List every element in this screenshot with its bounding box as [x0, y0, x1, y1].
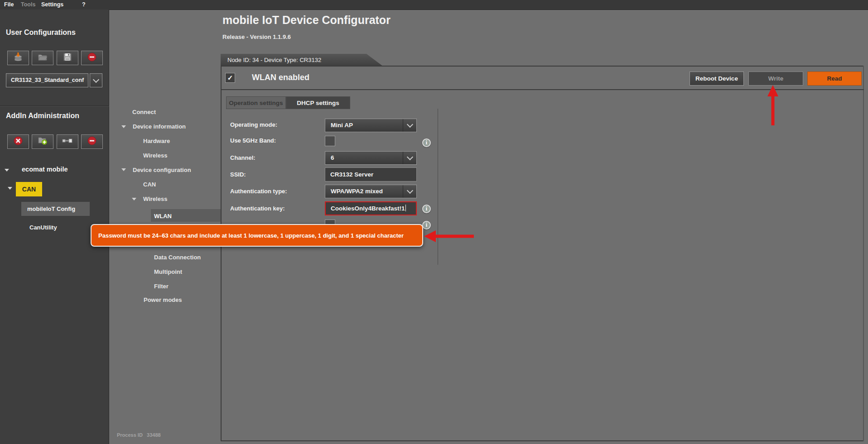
- nav-item-can[interactable]: CAN: [143, 181, 156, 188]
- tree-item-ecomat-mobile[interactable]: ecomat mobile: [22, 166, 68, 173]
- annotation-arrow-left: [423, 229, 476, 244]
- authentication-type-value: WPA/WPA2 mixed: [331, 185, 383, 198]
- page-title: mobile IoT Device Configurator: [222, 14, 391, 27]
- open-configuration-button[interactable]: [32, 51, 53, 65]
- close-addin-button[interactable]: [7, 134, 29, 149]
- panel-bottom-border: [221, 440, 864, 441]
- operating-mode-select[interactable]: Mini AP: [325, 119, 417, 132]
- configuration-select[interactable]: CR3132_33_Standard_conf: [6, 73, 88, 87]
- folder-icon: [38, 53, 48, 63]
- nav-item-wlan-label: WLAN: [154, 213, 172, 220]
- authentication-key-value: CookiesOnly4Breakfast!1: [331, 205, 405, 212]
- authentication-type-select[interactable]: WPA/WPA2 mixed: [325, 185, 417, 198]
- nav-item-connect[interactable]: Connect: [132, 109, 156, 115]
- authentication-key-input[interactable]: CookiesOnly4Breakfast!1: [325, 201, 417, 215]
- device-addin-button[interactable]: [57, 134, 78, 149]
- channel-label: Channel:: [230, 154, 256, 161]
- remove-circle-icon: [87, 53, 96, 63]
- write-button[interactable]: Write: [748, 72, 803, 86]
- import-stack-icon: [13, 53, 23, 63]
- user-configurations-title: User Configurations: [6, 29, 76, 37]
- use-5ghz-band-label: Use 5GHz Band:: [230, 137, 276, 144]
- use-5ghz-band-checkbox[interactable]: [325, 136, 335, 146]
- tree-item-mobileiot-config[interactable]: mobileIoT Config: [21, 202, 90, 216]
- chevron-expanded-icon[interactable]: [121, 125, 126, 128]
- info-glyph: i: [426, 222, 427, 229]
- panel-left-border: [221, 66, 222, 441]
- panel-top-border: [221, 66, 864, 67]
- nav-item-device-configuration[interactable]: Device configuration: [133, 167, 191, 173]
- tree-item-canutility[interactable]: CanUtility: [29, 224, 57, 231]
- chevron-down-icon: [406, 187, 413, 194]
- menu-file[interactable]: File: [4, 0, 14, 10]
- nav-item-device-information[interactable]: Device information: [133, 123, 186, 130]
- channel-select[interactable]: 6: [325, 151, 417, 165]
- save-configuration-button[interactable]: [57, 51, 78, 65]
- ssid-input[interactable]: CR3132 Server: [325, 167, 417, 181]
- floppy-save-icon: [63, 53, 72, 63]
- nav-item-wireless-information[interactable]: Wireless: [143, 152, 167, 159]
- ssid-value: CR3132 Server: [330, 171, 373, 178]
- menu-help[interactable]: ?: [82, 0, 86, 10]
- configuration-select-dropdown-button[interactable]: [90, 73, 102, 87]
- folder-plus-icon: [37, 136, 48, 147]
- read-button[interactable]: Read: [807, 72, 862, 86]
- process-id-status: Process ID 33488: [117, 432, 161, 438]
- chevron-expanded-icon[interactable]: [8, 187, 12, 190]
- info-glyph: i: [426, 139, 427, 146]
- remove-configuration-button[interactable]: [81, 51, 103, 65]
- menubar: File Tools Settings ?: [0, 0, 868, 10]
- tab-operation-settings[interactable]: Operation settings: [226, 96, 286, 109]
- dropdown-button[interactable]: [403, 119, 416, 132]
- add-addin-button[interactable]: [32, 134, 53, 149]
- device-connector-icon: [62, 138, 73, 146]
- wlan-enabled-checkbox[interactable]: ✓: [225, 73, 235, 83]
- password-validation-tooltip: Password must be 24–63 chars and include…: [91, 224, 423, 247]
- nav-item-wireless-configuration[interactable]: Wireless: [143, 196, 167, 202]
- process-id-value: 33488: [147, 432, 161, 438]
- remove-circle-icon: [87, 136, 96, 147]
- sidebar-divider: [0, 105, 109, 106]
- password-validation-text: Password must be 24–63 chars and include…: [98, 232, 404, 239]
- annotation-arrow-up: [766, 84, 780, 127]
- panel-right-border: [863, 66, 864, 441]
- nav-item-filter[interactable]: Filter: [154, 283, 169, 290]
- reboot-device-button[interactable]: Reboot Device: [690, 72, 744, 86]
- authentication-key-label: Authentication key:: [230, 205, 285, 212]
- authentication-type-label: Authentication type:: [230, 188, 287, 195]
- info-icon[interactable]: i: [422, 138, 431, 147]
- nav-item-multipoint[interactable]: Multipoint: [154, 268, 182, 275]
- dropdown-button[interactable]: [403, 152, 416, 164]
- chevron-down-icon: [406, 154, 413, 160]
- info-icon[interactable]: i: [422, 205, 431, 213]
- nav-item-data-connection[interactable]: Data Connection: [154, 254, 201, 261]
- operating-mode-value: Mini AP: [331, 119, 353, 132]
- wlan-enabled-label: WLAN enabled: [252, 73, 309, 82]
- menu-settings[interactable]: Settings: [41, 0, 63, 10]
- info-glyph: i: [426, 205, 427, 212]
- chevron-expanded-icon[interactable]: [132, 198, 136, 201]
- node-device-tab[interactable]: Node ID: 34 - Device Type: CR3132: [221, 54, 383, 66]
- chevron-down-icon: [406, 121, 413, 128]
- app-window: File Tools Settings ? User Configuration…: [0, 0, 868, 444]
- addin-administration-title: AddIn Administration: [6, 112, 79, 120]
- chevron-expanded-icon[interactable]: [121, 168, 126, 171]
- page-subtitle: Release - Version 1.1.9.6: [222, 33, 291, 40]
- tree-item-can[interactable]: CAN: [16, 182, 42, 196]
- nav-item-power-modes[interactable]: Power modes: [144, 296, 182, 303]
- check-icon: ✓: [227, 74, 233, 82]
- nav-item-hardware[interactable]: Hardware: [143, 138, 170, 144]
- tab-dhcp-settings[interactable]: DHCP settings: [286, 96, 350, 109]
- operating-mode-label: Operating mode:: [230, 121, 277, 128]
- menu-tools[interactable]: Tools: [21, 0, 35, 10]
- close-circle-icon: [14, 136, 23, 147]
- import-configuration-button[interactable]: [7, 51, 29, 65]
- dropdown-button[interactable]: [403, 185, 416, 198]
- process-id-label: Process ID: [117, 432, 143, 438]
- remove-addin-button[interactable]: [81, 134, 103, 149]
- ssid-label: SSID:: [230, 171, 246, 178]
- channel-value: 6: [331, 152, 334, 164]
- nav-item-wlan[interactable]: WLAN: [151, 209, 221, 222]
- chevron-down-icon: [93, 76, 99, 82]
- chevron-expanded-icon[interactable]: [5, 169, 9, 172]
